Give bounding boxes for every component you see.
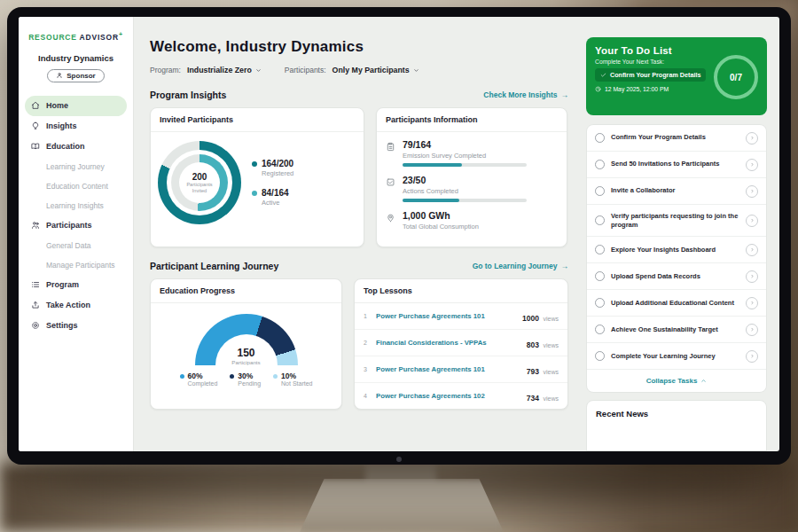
lesson-link[interactable]: Power Purchase Agreements 102 <box>376 392 521 400</box>
lightbulb-icon <box>31 121 40 130</box>
task-row[interactable]: Invite a Collaborator <box>587 178 766 205</box>
sidebar-nav: Home Insights Education Learning Journey… <box>19 96 133 336</box>
legend-completed: 60% Completed <box>180 372 218 387</box>
chevron-right-icon[interactable] <box>746 350 758 363</box>
gauge-center: 150 Participants <box>195 347 298 365</box>
sidebar-item-insights[interactable]: Insights <box>25 116 127 137</box>
gauge-dot-0 <box>180 374 184 379</box>
legend-value: 60% <box>188 372 203 380</box>
sidebar-item-participants[interactable]: Participants <box>25 215 127 236</box>
task-checkbox[interactable] <box>595 271 605 281</box>
participants-select[interactable]: Only My Participants <box>332 66 419 74</box>
section-title-program-insights: Program Insights <box>150 90 226 100</box>
sponsor-badge[interactable]: Sponsor <box>47 69 104 82</box>
participants-filter-label: Participants: <box>285 66 326 74</box>
task-row[interactable]: Upload Spend Data Records <box>587 263 766 290</box>
task-label: Achieve One Sustainability Target <box>611 325 739 334</box>
chevron-right-icon[interactable] <box>746 159 758 171</box>
card-title: Education Progress <box>151 279 341 303</box>
task-checkbox[interactable] <box>595 298 605 308</box>
sidebar-item-take-action[interactable]: Take Action <box>25 295 127 316</box>
check-more-insights-link[interactable]: Check More Insights → <box>483 90 568 99</box>
gauge-center-value: 150 <box>195 347 298 359</box>
sidebar-item-general-data[interactable]: General Data <box>25 236 127 255</box>
sidebar-item-education[interactable]: Education <box>25 137 127 157</box>
legend-label: Completed <box>188 380 218 387</box>
sidebar-item-manage-participants[interactable]: Manage Participants <box>25 255 127 275</box>
chevron-right-icon[interactable] <box>746 215 758 227</box>
progress-fill-0 <box>403 163 462 167</box>
task-row[interactable]: Explore Your Insights Dashboard <box>587 237 766 263</box>
sidebar-item-label: Learning Insights <box>46 201 104 210</box>
book-icon <box>31 142 40 151</box>
gauge-center-label: Participants <box>195 359 298 365</box>
task-label: Explore Your Insights Dashboard <box>611 246 739 254</box>
sidebar-item-home[interactable]: Home <box>25 96 127 116</box>
monitor-stand-base <box>300 479 504 532</box>
task-checkbox[interactable] <box>595 160 605 169</box>
sidebar-item-education-content[interactable]: Education Content <box>25 176 127 196</box>
arrow-up-box-icon <box>31 301 40 309</box>
lesson-row: 3 Power Purchase Agreements 101 793 view… <box>355 356 567 383</box>
stat-value: 1,000 GWh <box>403 210 479 221</box>
todo-progress-ring: 0/7 <box>714 55 758 99</box>
task-row[interactable]: Verify participants requesting to join t… <box>587 205 766 237</box>
next-task-pill[interactable]: Confirm Your Program Details <box>595 68 706 82</box>
page-title: Welcome, Industry Dynamics <box>150 38 577 56</box>
pin-icon <box>386 210 395 234</box>
task-row[interactable]: Complete Your Learning Journey <box>587 343 766 370</box>
lesson-link[interactable]: Power Purchase Agreements 101 <box>376 365 521 373</box>
brand-plus: + <box>119 31 123 37</box>
sidebar-item-settings[interactable]: Settings <box>25 316 127 336</box>
collapse-tasks-button[interactable]: Collapse Tasks <box>587 370 766 392</box>
link-label: Go to Learning Journey <box>473 262 558 270</box>
chevron-right-icon[interactable] <box>746 297 758 309</box>
invited-participants-card: Invited Participants 200 Participants In… <box>150 107 364 247</box>
task-checkbox[interactable] <box>595 351 605 361</box>
card-title: Participants Information <box>377 108 567 132</box>
list-icon <box>31 280 40 289</box>
task-checkbox[interactable] <box>595 325 605 334</box>
program-select[interactable]: Industrialize Zero <box>187 66 262 74</box>
chevron-right-icon[interactable] <box>746 132 758 145</box>
monitor-logo-dot <box>396 457 402 462</box>
lesson-views: 734 views <box>527 388 559 404</box>
chevron-right-icon[interactable] <box>746 185 758 198</box>
task-row[interactable]: Achieve One Sustainability Target <box>587 317 766 343</box>
go-to-learning-journey-link[interactable]: Go to Learning Journey → <box>473 262 568 270</box>
task-checkbox[interactable] <box>595 186 605 196</box>
chevron-right-icon[interactable] <box>746 324 758 336</box>
survey-icon <box>386 139 395 167</box>
sidebar-item-learning-insights[interactable]: Learning Insights <box>25 196 127 215</box>
brand-primary: RESOURCE <box>28 33 77 42</box>
donut-legend: 164/200 Registered 84/164 Active <box>252 159 293 207</box>
gauge-dot-2 <box>273 374 278 379</box>
todo-panel: Your To Do List Complete Your Next Task:… <box>586 37 767 451</box>
lesson-link[interactable]: Power Purchase Agreements 101 <box>376 312 517 320</box>
recent-news-title: Recent News <box>596 409 648 419</box>
participants-select-value: Only My Participants <box>332 66 410 74</box>
task-checkbox[interactable] <box>595 133 605 143</box>
sidebar-item-label: Home <box>46 101 68 110</box>
task-row[interactable]: Send 50 Invitations to Participants <box>587 152 766 178</box>
gear-icon <box>31 321 40 330</box>
legend-label: Active <box>262 199 293 207</box>
sidebar-item-learning-journey[interactable]: Learning Journey <box>25 157 127 176</box>
chevron-right-icon[interactable] <box>746 270 758 283</box>
sidebar-item-program[interactable]: Program <box>25 275 127 295</box>
home-icon <box>31 101 40 110</box>
task-row[interactable]: Confirm Your Program Details <box>587 125 766 152</box>
task-checkbox[interactable] <box>595 215 605 225</box>
participants-information-card: Participants Information 79/164 Emission… <box>376 107 567 247</box>
lesson-row: 2 Financial Considerations - VPPAs 803 v… <box>355 330 567 356</box>
legend-dot-1 <box>252 191 257 196</box>
task-checkbox[interactable] <box>595 245 605 254</box>
sidebar-item-label: Participants <box>46 221 92 230</box>
legend-value: 164/200 <box>262 159 293 168</box>
gauge-dot-1 <box>230 374 234 379</box>
lesson-link[interactable]: Financial Considerations - VPPAs <box>376 339 521 347</box>
legend-label: Registered <box>262 169 293 177</box>
task-row[interactable]: Upload Additional Educational Content <box>587 290 766 317</box>
program-insights-header: Program Insights Check More Insights → <box>150 90 568 100</box>
chevron-right-icon[interactable] <box>746 244 758 256</box>
